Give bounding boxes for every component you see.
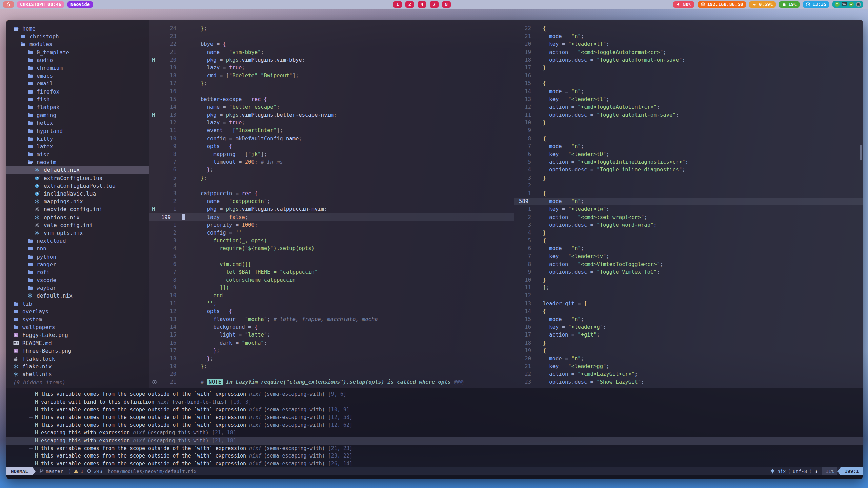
code-line[interactable]: 19 { <box>514 347 863 355</box>
code-line[interactable]: 19 }; <box>149 363 514 370</box>
tree-item-overlays[interactable]: overlays <box>6 308 149 316</box>
tree-item-email[interactable]: email <box>6 80 149 87</box>
code-line[interactable]: 3 options.desc = "Toggle word-wrap"; <box>514 221 863 229</box>
code-line[interactable]: H13 pkg = pkgs.vimPlugins.better-escape-… <box>149 111 514 119</box>
tree-item-nnn[interactable]: nnn <box>6 245 149 252</box>
diagnostic-row[interactable]: Hthis variable comes from the scope outs… <box>6 390 863 398</box>
memory-badge[interactable]: 19% <box>779 1 800 8</box>
tree-item-fish[interactable]: fish <box>6 96 149 103</box>
code-line[interactable]: 18 }; <box>149 355 514 363</box>
diagnostic-row[interactable]: Hescaping this with expressionnixf(escap… <box>6 437 863 445</box>
tree-item-vim_opts.nix[interactable]: vim_opts.nix <box>6 229 149 237</box>
tree-item-README.md[interactable]: README.md <box>6 339 149 347</box>
tree-item-audio[interactable]: audio <box>6 56 149 64</box>
diagnostic-row[interactable]: Hthis variable comes from the scope outs… <box>6 452 863 460</box>
workspace-button-1[interactable]: 1 <box>393 1 402 8</box>
code-line[interactable]: 12 <box>514 292 863 300</box>
code-line[interactable]: 18 options.desc = "Toggle autoformat-on-… <box>514 56 863 64</box>
code-line[interactable]: 8 action = "<cmd>VimtexTocToggle<cr>"; <box>514 261 863 268</box>
tree-item-flake.nix[interactable]: flake.nix <box>6 363 149 370</box>
code-line[interactable]: 2 action = "<cmd>:set wrap!<cr>"; <box>514 214 863 221</box>
code-line[interactable]: 23 <box>149 33 514 40</box>
code-line[interactable]: 14 { <box>514 308 863 316</box>
code-line[interactable]: 11 ]; <box>514 284 863 292</box>
keyboard-tray-icon[interactable] <box>842 2 847 7</box>
code-line[interactable]: 21 # NOTE In LazyVim require("clang_exte… <box>149 378 514 386</box>
code-line[interactable]: 3 } <box>514 174 863 182</box>
code-line[interactable]: 199 lazy = false; <box>149 214 514 221</box>
code-line[interactable]: 17 action = "+git"; <box>514 331 863 339</box>
code-line[interactable]: 7 let $BAT_THEME = "catppuccin" <box>149 268 514 276</box>
code-line[interactable]: 21 key = "<leader>gg"; <box>514 363 863 370</box>
code-line[interactable]: 20 <box>149 370 514 378</box>
code-line[interactable]: 1 key = "<leader>tw"; <box>514 205 863 213</box>
tree-item-latex[interactable]: latex <box>6 143 149 150</box>
tree-item-extraConfigLua.lua[interactable]: extraConfigLua.lua <box>6 174 149 182</box>
code-line[interactable]: 22 action = "<cmd>LazyGit<cr>"; <box>514 370 863 378</box>
check-tray-icon[interactable] <box>849 2 854 7</box>
tree-item-mappings.nix[interactable]: mappings.nix <box>6 198 149 205</box>
diagnostic-row[interactable]: Hthis variable comes from the scope outs… <box>6 421 863 429</box>
code-line[interactable]: 22 bbye = { <box>149 40 514 48</box>
code-line[interactable]: 8 { <box>514 135 863 143</box>
code-line[interactable]: 10 end <box>149 292 514 300</box>
tree-item-default.nix[interactable]: default.nix <box>6 292 149 300</box>
code-line[interactable]: 13 flavour = "mocha"; # latte, frappe, m… <box>149 316 514 323</box>
tree-item-Foggy-Lake.png[interactable]: Foggy-Lake.png <box>6 331 149 339</box>
tree-item-emacs[interactable]: emacs <box>6 72 149 80</box>
tree-item-vscode[interactable]: vscode <box>6 276 149 284</box>
code-line[interactable]: 6 }; <box>149 166 514 174</box>
code-line[interactable]: 13 key = "<leader>tl"; <box>514 96 863 103</box>
volume-badge[interactable]: 80% <box>673 1 694 8</box>
tree-item-rofi[interactable]: rofi <box>6 268 149 276</box>
code-line[interactable]: 10 config = mkDefaultConfig name; <box>149 135 514 143</box>
spotify-tray-icon[interactable] <box>856 2 861 7</box>
code-line[interactable]: 10 } <box>514 119 863 127</box>
tree-item-wallpapers[interactable]: wallpapers <box>6 323 149 331</box>
nix-logo-badge[interactable] <box>3 1 14 8</box>
code-line[interactable]: 22 { <box>514 25 863 33</box>
code-line[interactable]: 21 mode = "n"; <box>514 33 863 40</box>
tree-item-home[interactable]: home <box>6 25 149 33</box>
code-line[interactable]: 15 mode = "n"; <box>514 316 863 323</box>
code-line[interactable]: 6 mode = "n"; <box>514 245 863 252</box>
code-line[interactable]: 18 cmd = ["Bdelete" "Bwipeout"]; <box>149 72 514 80</box>
tree-item-gaming[interactable]: gaming <box>6 111 149 119</box>
code-line[interactable]: 3 function(_, opts) <box>149 237 514 245</box>
code-line[interactable]: 11 ''; <box>149 300 514 308</box>
workspace-button-2[interactable]: 2 <box>405 1 414 8</box>
network-badge[interactable]: 192.168.86.50 <box>698 1 746 8</box>
code-line[interactable]: 19 action = "<cmd>ToggleAutoformat<cr>"; <box>514 48 863 56</box>
tree-item-default.nix[interactable]: default.nix <box>6 166 149 174</box>
diagnostic-row[interactable]: Hthis variable comes from the scope outs… <box>6 460 863 468</box>
diagnostic-row[interactable]: Hthis variable comes from the scope outs… <box>6 445 863 452</box>
code-line[interactable]: 2 name = "catppuccin"; <box>149 198 514 205</box>
editor-pane-right[interactable]: 22 {21 mode = "n";20 key = "<leader>tf";… <box>514 20 863 388</box>
code-line[interactable]: 15 { <box>514 80 863 87</box>
code-line[interactable]: 24 }; <box>149 25 514 33</box>
tree-item-neovide_config.ini[interactable]: neovide_config.ini <box>6 205 149 213</box>
code-line[interactable]: 17 }; <box>149 80 514 87</box>
diagnostic-row[interactable]: Hthis variable comes from the scope outs… <box>6 413 863 421</box>
code-line[interactable]: 20 mode = "n"; <box>514 355 863 363</box>
active-window-badge[interactable]: Neovide <box>67 1 93 8</box>
code-line[interactable]: 8 mapping = ["jk"]; <box>149 150 514 158</box>
cpu-badge[interactable]: 0.59% <box>749 1 776 8</box>
tree-item-chromium[interactable]: chromium <box>6 64 149 72</box>
code-line[interactable]: 15 better-escape = rec { <box>149 96 514 103</box>
tree-item-modules[interactable]: modules <box>6 40 149 48</box>
tree-item-christoph[interactable]: christoph <box>6 33 149 40</box>
code-line[interactable]: 589 mode = "n"; <box>514 198 863 205</box>
tree-item-system[interactable]: system <box>6 316 149 323</box>
tree-item-options.nix[interactable]: options.nix <box>6 214 149 221</box>
scrollbar-thumb[interactable] <box>860 145 862 160</box>
tree-item-kitty[interactable]: kitty <box>6 135 149 143</box>
code-line[interactable]: 6 vim.cmd([[ <box>149 261 514 268</box>
code-line[interactable]: 16 <box>514 72 863 80</box>
code-line[interactable]: 19 lazy = true; <box>149 64 514 72</box>
workspace-button-4[interactable]: 4 <box>418 1 426 8</box>
tree-item-hyprland[interactable]: hyprland <box>6 127 149 135</box>
code-line[interactable]: 1 { <box>514 190 863 198</box>
code-line[interactable]: 2 config = '' <box>149 229 514 237</box>
code-line[interactable]: H20 pkg = pkgs.vimPlugins.vim-bbye; <box>149 56 514 64</box>
